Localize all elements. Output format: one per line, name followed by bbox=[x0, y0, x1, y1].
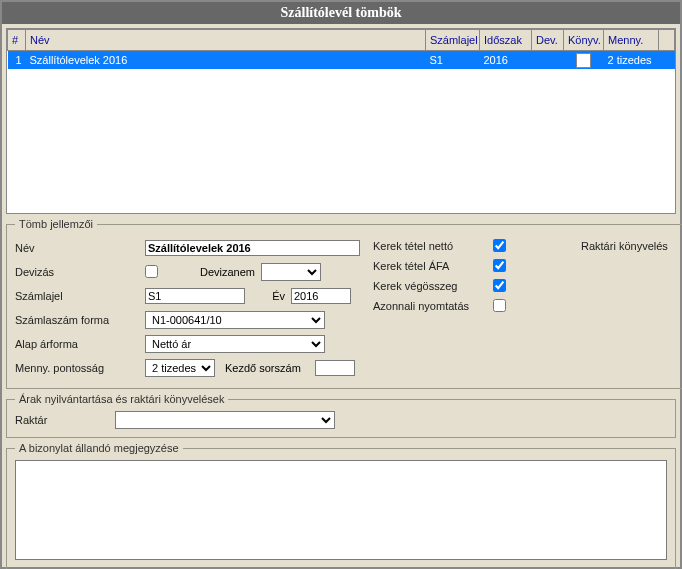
group-arak: Árak nyilvántartása és raktári könyvelés… bbox=[6, 393, 676, 438]
col-header-szamlajel[interactable]: Számlajel bbox=[426, 30, 480, 51]
checkbox-kerek-tetel-netto[interactable] bbox=[493, 239, 506, 252]
group-tomb-legend: Tömb jellemzői bbox=[15, 218, 97, 230]
input-kezdo-sorszam[interactable] bbox=[315, 360, 355, 376]
window-title: Szállítólevél tömbök bbox=[2, 2, 680, 24]
col-header-dev[interactable]: Dev. bbox=[532, 30, 564, 51]
group-tomb-jellemzoi: Tömb jellemzői Név Devizás Devizanem Szá… bbox=[6, 218, 682, 389]
table-header-row: # Név Számlajel Időszak Dev. Könyv. Menn… bbox=[8, 30, 675, 51]
cell-num: 1 bbox=[8, 51, 26, 70]
checkbox-kerek-vegosszeg[interactable] bbox=[493, 279, 506, 292]
cell-nev: Szállítólevelek 2016 bbox=[26, 51, 426, 70]
col-header-nev[interactable]: Név bbox=[26, 30, 426, 51]
select-alap-arforma[interactable]: Nettó ár bbox=[145, 335, 325, 353]
cell-idoszak: 2016 bbox=[480, 51, 532, 70]
label-szamlajel: Számlajel bbox=[15, 290, 145, 302]
label-kerek-vegosszeg: Kerek végösszeg bbox=[373, 280, 493, 292]
input-szamlajel[interactable] bbox=[145, 288, 245, 304]
input-ev[interactable] bbox=[291, 288, 351, 304]
label-nev: Név bbox=[15, 242, 145, 254]
label-kerek-tetel-afa: Kerek tétel ÁFA bbox=[373, 260, 493, 272]
window: Szállítólevél tömbök # Név Számlajel Idő… bbox=[0, 0, 682, 569]
col-header-spacer bbox=[659, 30, 675, 51]
data-table: # Név Számlajel Időszak Dev. Könyv. Menn… bbox=[6, 28, 676, 214]
checkbox-kerek-tetel-afa[interactable] bbox=[493, 259, 506, 272]
label-azonnali-nyomtatas: Azonnali nyomtatás bbox=[373, 300, 493, 312]
checkbox-devizas[interactable] bbox=[145, 265, 158, 278]
konyv-check-icon bbox=[576, 53, 591, 68]
col-header-num[interactable]: # bbox=[8, 30, 26, 51]
checkbox-azonnali-nyomtatas[interactable] bbox=[493, 299, 506, 312]
label-kezdo-sorszam: Kezdő sorszám bbox=[225, 362, 315, 374]
select-menny-pontossag[interactable]: 2 tizedes bbox=[145, 359, 215, 377]
table-row[interactable]: 1 Szállítólevelek 2016 S1 2016 2 tizedes bbox=[8, 51, 675, 70]
col-header-konyv[interactable]: Könyv. bbox=[564, 30, 604, 51]
col-header-idoszak[interactable]: Időszak bbox=[480, 30, 532, 51]
select-devizanem[interactable] bbox=[261, 263, 321, 281]
label-kerek-tetel-netto: Kerek tétel nettó bbox=[373, 240, 493, 252]
cell-menny: 2 tizedes bbox=[604, 51, 659, 70]
group-megjegyzes-legend: A bizonylat állandó megjegyzése bbox=[15, 442, 183, 454]
cell-szamlajel: S1 bbox=[426, 51, 480, 70]
label-devizas: Devizás bbox=[15, 266, 145, 278]
cell-dev bbox=[532, 51, 564, 70]
textarea-megjegyzes[interactable] bbox=[15, 460, 667, 560]
col-header-menny[interactable]: Menny. bbox=[604, 30, 659, 51]
label-raktari-konyveles: Raktári könyvelés bbox=[581, 240, 682, 252]
label-szamlaszam-forma: Számlaszám forma bbox=[15, 314, 145, 326]
label-menny-pontossag: Menny. pontosság bbox=[15, 362, 145, 374]
group-megjegyzes: A bizonylat állandó megjegyzése bbox=[6, 442, 676, 569]
label-raktar: Raktár bbox=[15, 414, 115, 426]
label-ev: Év bbox=[245, 290, 291, 302]
label-alap-arforma: Alap árforma bbox=[15, 338, 145, 350]
select-szamlaszam-forma[interactable]: N1-000641/10 bbox=[145, 311, 325, 329]
cell-spacer bbox=[659, 51, 675, 70]
group-arak-legend: Árak nyilvántartása és raktári könyvelés… bbox=[15, 393, 228, 405]
input-nev[interactable] bbox=[145, 240, 360, 256]
label-devizanem: Devizanem bbox=[185, 266, 261, 278]
select-raktar[interactable] bbox=[115, 411, 335, 429]
cell-konyv bbox=[564, 51, 604, 70]
